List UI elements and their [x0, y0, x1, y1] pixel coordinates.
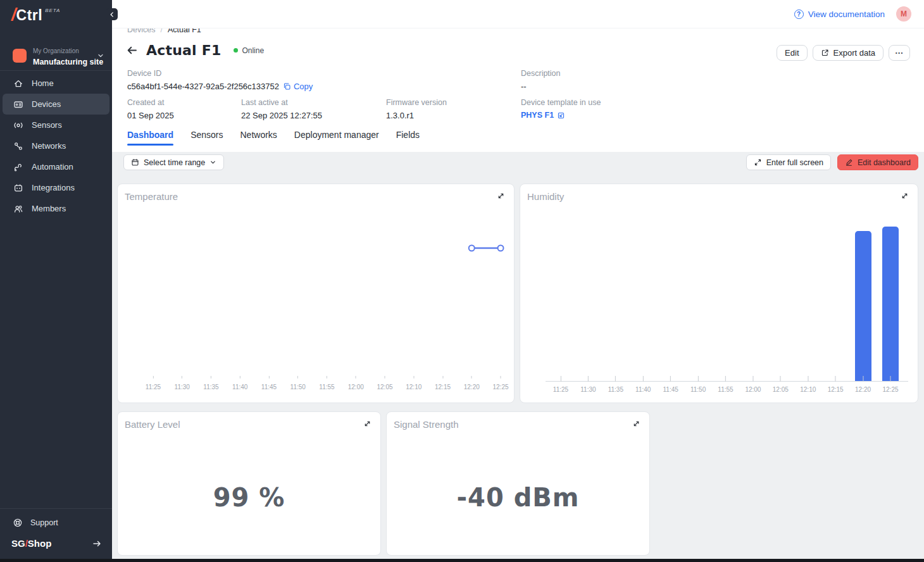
- device-id-label: Device ID: [127, 69, 313, 78]
- firmware-value: 1.3.0.r1: [386, 111, 414, 120]
- app-logo[interactable]: / Ctrl BETA: [11, 5, 60, 25]
- org-name: Manufacturing site: [33, 58, 103, 66]
- edit-button[interactable]: Edit: [777, 45, 807, 61]
- support-label: Support: [30, 518, 58, 527]
- header-actions: Edit Export data ⋯: [777, 45, 910, 61]
- last-active-field: Last active at 22 Sep 2025 12:27:55: [241, 98, 322, 120]
- export-icon: [821, 49, 829, 57]
- shop-link[interactable]: SG/ Shop: [0, 528, 112, 549]
- battery-level-card: Battery Level 99 %: [117, 411, 381, 556]
- sidebar-item-home[interactable]: Home: [3, 73, 109, 94]
- last-active-label: Last active at: [241, 98, 322, 107]
- x-tick-label: 11:40: [635, 376, 651, 394]
- device-tabs: Dashboard Sensors Networks Deployment ma…: [127, 130, 420, 146]
- x-tick-label: 12:05: [377, 376, 392, 392]
- x-tick-label: 11:55: [718, 376, 733, 394]
- x-tick-label: 11:45: [261, 376, 277, 392]
- edit-dashboard-button[interactable]: Edit dashboard: [837, 154, 918, 170]
- sidebar: / Ctrl BETA My Organization Manufacturin…: [0, 0, 112, 559]
- home-icon: [13, 78, 23, 89]
- dashboard-toolbar: Select time range Enter full screen Edit…: [112, 154, 924, 171]
- back-icon[interactable]: [126, 44, 138, 56]
- select-time-range-button[interactable]: Select time range: [123, 154, 224, 170]
- chart-title: Temperature: [125, 191, 178, 202]
- automation-icon: [13, 161, 23, 172]
- x-tick-label: 11:45: [663, 376, 678, 394]
- description-value: --: [521, 82, 527, 91]
- expand-icon[interactable]: [363, 420, 371, 428]
- time-range-label: Select time range: [144, 158, 205, 167]
- sidebar-item-label: Automation: [32, 162, 73, 172]
- device-page-header: Devices / Actual F1 Actual F1 Online Edi…: [112, 28, 924, 152]
- logo-slash: /: [11, 5, 16, 24]
- sidebar-item-integrations[interactable]: Integrations: [3, 177, 109, 198]
- user-avatar[interactable]: M: [896, 6, 911, 22]
- arrow-right-icon: [92, 539, 102, 549]
- expand-icon[interactable]: [901, 192, 909, 200]
- x-tick-label: 12:05: [773, 376, 789, 394]
- sidebar-item-label: Devices: [32, 99, 61, 109]
- more-actions-button[interactable]: ⋯: [889, 45, 910, 61]
- enter-full-screen-button[interactable]: Enter full screen: [746, 154, 831, 170]
- x-tick-label: 12:10: [406, 376, 421, 392]
- created-at-value: 01 Sep 2025: [127, 111, 174, 120]
- sidebar-item-label: Sensors: [32, 120, 62, 130]
- full-screen-label: Enter full screen: [766, 158, 823, 167]
- x-tick-label: 11:40: [232, 376, 247, 392]
- x-tick-label: 11:35: [608, 376, 623, 394]
- sidebar-item-sensors[interactable]: Sensors: [3, 115, 109, 135]
- description-label: Description: [521, 69, 561, 78]
- humidity-x-axis: 11:2511:3011:3511:4011:4511:5011:5512:00…: [520, 376, 918, 399]
- edit-dashboard-label: Edit dashboard: [858, 158, 911, 167]
- calendar-icon: [131, 158, 139, 166]
- x-tick-label: 11:30: [175, 376, 190, 392]
- sidebar-item-label: Members: [32, 204, 66, 213]
- export-data-button[interactable]: Export data: [813, 45, 884, 61]
- x-tick-label: 12:25: [492, 376, 508, 392]
- tab-deployment-manager[interactable]: Deployment manager: [294, 130, 379, 146]
- humidity-bar: [882, 227, 899, 381]
- x-tick-label: 11:25: [553, 376, 568, 394]
- humidity-card: Humidity 11:2511:3011:3511:4011:4511:501…: [520, 184, 918, 403]
- tab-networks[interactable]: Networks: [240, 130, 277, 146]
- chevron-down-icon: [97, 52, 104, 59]
- signal-strength-value: -40 dBm: [387, 483, 649, 512]
- pencil-icon: [845, 158, 853, 166]
- beta-badge: BETA: [45, 8, 60, 13]
- device-id-field: Device ID c56a4bf1-544e-4327-92a5-2f256c…: [127, 69, 313, 91]
- sidebar-divider: [0, 70, 112, 71]
- template-link[interactable]: PHYS F1: [521, 111, 565, 120]
- expand-icon[interactable]: [497, 192, 505, 200]
- sidebar-item-members[interactable]: Members: [3, 198, 109, 219]
- x-tick-label: 12:15: [828, 376, 844, 394]
- logo-word: Ctrl: [16, 5, 43, 25]
- firmware-field: Firmware version 1.3.0.r1: [386, 98, 447, 120]
- docs-link-label: View documentation: [808, 9, 885, 19]
- sidebar-item-automation[interactable]: Automation: [3, 156, 109, 177]
- support-link[interactable]: Support: [0, 509, 112, 528]
- x-tick-label: 12:20: [855, 376, 871, 394]
- sensors-icon: [13, 120, 23, 130]
- org-switcher[interactable]: My Organization Manufacturing site: [0, 41, 112, 70]
- shop-prefix: SG: [11, 538, 25, 549]
- sidebar-item-devices[interactable]: Devices: [3, 94, 109, 115]
- x-tick-label: 12:25: [882, 376, 898, 394]
- device-id-value: c56a4bf1-544e-4327-92a5-2f256c133752: [127, 82, 279, 91]
- sidebar-nav: Home Devices Sensors Networks Automation…: [0, 73, 112, 219]
- expand-icon[interactable]: [632, 420, 640, 428]
- help-icon: ?: [794, 9, 804, 19]
- sidebar-item-networks[interactable]: Networks: [3, 135, 109, 156]
- template-name: PHYS F1: [521, 111, 554, 120]
- members-icon: [13, 203, 23, 214]
- tab-sensors[interactable]: Sensors: [190, 130, 223, 146]
- battery-level-value: 99 %: [118, 483, 380, 512]
- x-tick-label: 11:30: [580, 376, 596, 394]
- tab-fields[interactable]: Fields: [396, 130, 420, 146]
- open-template-icon: [557, 111, 565, 120]
- shop-suffix: Shop: [28, 538, 52, 549]
- copy-device-id-button[interactable]: Copy: [283, 82, 313, 91]
- humidity-bar: [855, 231, 871, 381]
- sidebar-collapse-button[interactable]: [106, 8, 118, 20]
- tab-dashboard[interactable]: Dashboard: [127, 130, 173, 146]
- view-documentation-link[interactable]: ? View documentation: [794, 9, 885, 19]
